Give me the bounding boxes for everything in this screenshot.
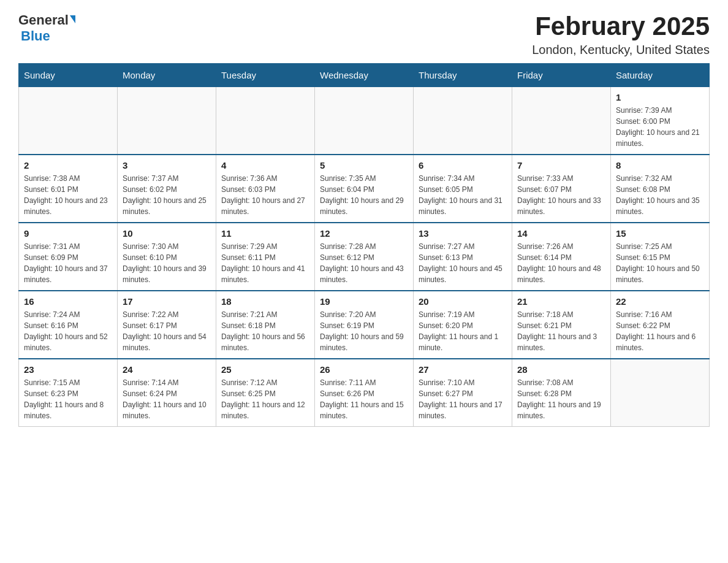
day-info: Sunrise: 7:33 AMSunset: 6:07 PMDaylight:… (517, 173, 605, 217)
day-info: Sunrise: 7:35 AMSunset: 6:04 PMDaylight:… (320, 173, 408, 217)
day-number: 24 (123, 364, 211, 375)
calendar-cell: 7Sunrise: 7:33 AMSunset: 6:07 PMDaylight… (512, 155, 611, 223)
calendar-header-wednesday: Wednesday (315, 64, 414, 87)
calendar-cell: 27Sunrise: 7:10 AMSunset: 6:27 PMDayligh… (414, 359, 512, 427)
day-info: Sunrise: 7:27 AMSunset: 6:13 PMDaylight:… (419, 241, 507, 285)
day-info: Sunrise: 7:36 AMSunset: 6:03 PMDaylight:… (221, 173, 309, 217)
calendar-cell (611, 359, 710, 427)
day-number: 17 (123, 296, 211, 307)
day-number: 5 (320, 160, 408, 170)
calendar-cell: 18Sunrise: 7:21 AMSunset: 6:18 PMDayligh… (216, 291, 315, 359)
day-number: 23 (24, 364, 112, 375)
day-number: 15 (616, 228, 704, 239)
calendar-cell: 6Sunrise: 7:34 AMSunset: 6:05 PMDaylight… (414, 155, 512, 223)
calendar-cell: 22Sunrise: 7:16 AMSunset: 6:22 PMDayligh… (611, 291, 710, 359)
day-number: 25 (221, 364, 309, 375)
day-number: 7 (517, 160, 605, 170)
calendar-cell (19, 87, 118, 155)
calendar-header-row: SundayMondayTuesdayWednesdayThursdayFrid… (19, 64, 710, 87)
calendar-cell: 5Sunrise: 7:35 AMSunset: 6:04 PMDaylight… (315, 155, 414, 223)
calendar-header-sunday: Sunday (19, 64, 118, 87)
calendar-header-monday: Monday (118, 64, 216, 87)
calendar-cell: 8Sunrise: 7:32 AMSunset: 6:08 PMDaylight… (611, 155, 710, 223)
calendar-week-2: 2Sunrise: 7:38 AMSunset: 6:01 PMDaylight… (19, 155, 710, 223)
day-number: 11 (221, 228, 309, 239)
day-info: Sunrise: 7:38 AMSunset: 6:01 PMDaylight:… (24, 173, 112, 217)
day-info: Sunrise: 7:15 AMSunset: 6:23 PMDaylight:… (24, 377, 112, 421)
day-number: 3 (123, 160, 211, 170)
calendar-cell: 4Sunrise: 7:36 AMSunset: 6:03 PMDaylight… (216, 155, 315, 223)
day-number: 28 (517, 364, 605, 375)
calendar-header-tuesday: Tuesday (216, 64, 315, 87)
day-number: 13 (419, 228, 507, 239)
calendar-header-saturday: Saturday (611, 64, 710, 87)
day-number: 16 (24, 296, 112, 307)
day-number: 1 (616, 92, 704, 102)
calendar-week-5: 23Sunrise: 7:15 AMSunset: 6:23 PMDayligh… (19, 359, 710, 427)
location-subtitle: London, Kentucky, United States (532, 43, 710, 57)
day-info: Sunrise: 7:11 AMSunset: 6:26 PMDaylight:… (320, 377, 408, 421)
calendar-week-3: 9Sunrise: 7:31 AMSunset: 6:09 PMDaylight… (19, 223, 710, 291)
day-number: 4 (221, 160, 309, 170)
calendar-cell: 16Sunrise: 7:24 AMSunset: 6:16 PMDayligh… (19, 291, 118, 359)
day-info: Sunrise: 7:14 AMSunset: 6:24 PMDaylight:… (123, 377, 211, 421)
day-info: Sunrise: 7:12 AMSunset: 6:25 PMDaylight:… (221, 377, 309, 421)
day-info: Sunrise: 7:29 AMSunset: 6:11 PMDaylight:… (221, 241, 309, 285)
day-info: Sunrise: 7:34 AMSunset: 6:05 PMDaylight:… (419, 173, 507, 217)
day-number: 19 (320, 296, 408, 307)
calendar-cell: 17Sunrise: 7:22 AMSunset: 6:17 PMDayligh… (118, 291, 216, 359)
calendar-cell: 3Sunrise: 7:37 AMSunset: 6:02 PMDaylight… (118, 155, 216, 223)
calendar-cell: 9Sunrise: 7:31 AMSunset: 6:09 PMDaylight… (19, 223, 118, 291)
day-info: Sunrise: 7:18 AMSunset: 6:21 PMDaylight:… (517, 309, 605, 353)
day-number: 27 (419, 364, 507, 375)
day-number: 18 (221, 296, 309, 307)
calendar-cell: 19Sunrise: 7:20 AMSunset: 6:19 PMDayligh… (315, 291, 414, 359)
logo-blue: Blue (21, 28, 50, 44)
calendar-cell: 25Sunrise: 7:12 AMSunset: 6:25 PMDayligh… (216, 359, 315, 427)
calendar-cell (512, 87, 611, 155)
day-number: 8 (616, 160, 704, 170)
calendar-cell (414, 87, 512, 155)
day-info: Sunrise: 7:25 AMSunset: 6:15 PMDaylight:… (616, 241, 704, 285)
calendar-cell: 28Sunrise: 7:08 AMSunset: 6:28 PMDayligh… (512, 359, 611, 427)
day-info: Sunrise: 7:16 AMSunset: 6:22 PMDaylight:… (616, 309, 704, 353)
calendar-cell (216, 87, 315, 155)
title-section: February 2025 London, Kentucky, United S… (532, 12, 710, 57)
calendar-week-4: 16Sunrise: 7:24 AMSunset: 6:16 PMDayligh… (19, 291, 710, 359)
day-info: Sunrise: 7:30 AMSunset: 6:10 PMDaylight:… (123, 241, 211, 285)
day-info: Sunrise: 7:20 AMSunset: 6:19 PMDaylight:… (320, 309, 408, 353)
day-info: Sunrise: 7:37 AMSunset: 6:02 PMDaylight:… (123, 173, 211, 217)
logo-triangle-icon (70, 15, 75, 23)
calendar-cell: 20Sunrise: 7:19 AMSunset: 6:20 PMDayligh… (414, 291, 512, 359)
calendar-cell: 10Sunrise: 7:30 AMSunset: 6:10 PMDayligh… (118, 223, 216, 291)
day-info: Sunrise: 7:19 AMSunset: 6:20 PMDaylight:… (419, 309, 507, 353)
day-number: 26 (320, 364, 408, 375)
day-info: Sunrise: 7:22 AMSunset: 6:17 PMDaylight:… (123, 309, 211, 353)
day-info: Sunrise: 7:10 AMSunset: 6:27 PMDaylight:… (419, 377, 507, 421)
day-number: 20 (419, 296, 507, 307)
calendar-cell: 13Sunrise: 7:27 AMSunset: 6:13 PMDayligh… (414, 223, 512, 291)
calendar-cell (118, 87, 216, 155)
calendar-cell: 11Sunrise: 7:29 AMSunset: 6:11 PMDayligh… (216, 223, 315, 291)
day-number: 9 (24, 228, 112, 239)
calendar-cell (315, 87, 414, 155)
calendar-cell: 23Sunrise: 7:15 AMSunset: 6:23 PMDayligh… (19, 359, 118, 427)
day-number: 21 (517, 296, 605, 307)
calendar-table: SundayMondayTuesdayWednesdayThursdayFrid… (18, 63, 710, 427)
day-info: Sunrise: 7:32 AMSunset: 6:08 PMDaylight:… (616, 173, 704, 217)
month-title: February 2025 (532, 12, 710, 40)
calendar-cell: 21Sunrise: 7:18 AMSunset: 6:21 PMDayligh… (512, 291, 611, 359)
calendar-cell: 24Sunrise: 7:14 AMSunset: 6:24 PMDayligh… (118, 359, 216, 427)
page-header: General Blue February 2025 London, Kentu… (18, 12, 710, 57)
day-info: Sunrise: 7:24 AMSunset: 6:16 PMDaylight:… (24, 309, 112, 353)
logo: General Blue (18, 12, 75, 44)
day-number: 22 (616, 296, 704, 307)
day-number: 10 (123, 228, 211, 239)
day-number: 6 (419, 160, 507, 170)
day-info: Sunrise: 7:31 AMSunset: 6:09 PMDaylight:… (24, 241, 112, 285)
day-info: Sunrise: 7:08 AMSunset: 6:28 PMDaylight:… (517, 377, 605, 421)
calendar-header-thursday: Thursday (414, 64, 512, 87)
calendar-cell: 2Sunrise: 7:38 AMSunset: 6:01 PMDaylight… (19, 155, 118, 223)
day-number: 12 (320, 228, 408, 239)
calendar-cell: 15Sunrise: 7:25 AMSunset: 6:15 PMDayligh… (611, 223, 710, 291)
